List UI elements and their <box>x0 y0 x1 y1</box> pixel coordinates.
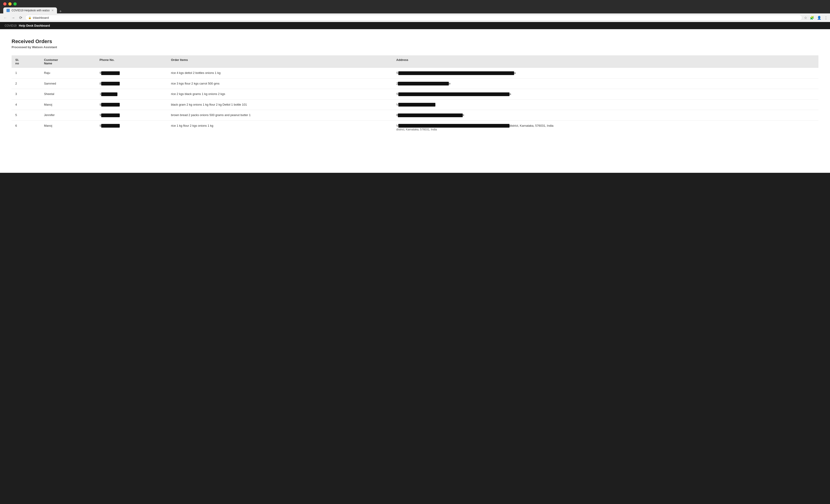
cell-order: rice 1 kg flour 2 kgs onions 1 kg <box>167 121 392 134</box>
cell-phone: 8 <box>96 78 167 89</box>
table-row: 5 Jennifer 9 brown bread 2 packs onions … <box>11 110 819 121</box>
cell-order: brown bread 2 packs onions 500 grams and… <box>167 110 392 121</box>
cell-phone: 1 <box>96 89 167 100</box>
traffic-lights <box>3 2 827 5</box>
toolbar-icons: ☆ 🧩 👤 ⋮ <box>804 16 828 20</box>
app-title: Help Desk Dashboard <box>19 24 50 27</box>
browser-chrome: COVID19 Helpdesk with watso ✕ + <box>0 0 830 13</box>
close-button[interactable] <box>3 2 6 5</box>
page-subtitle: Processed by Watson Assistant <box>11 45 819 49</box>
cell-address: Sa <box>392 68 819 78</box>
forward-button[interactable]: → <box>10 15 16 20</box>
table-row: 4 Manoj 9 black gram 2 kg onions 1 kg fl… <box>11 99 819 110</box>
col-header-address: Address <box>392 55 819 68</box>
cell-sl: 1 <box>11 68 40 78</box>
table-row: 3 Sheetal 1 rice 2 kgs black grams 1 kg … <box>11 89 819 100</box>
cell-sl: 4 <box>11 99 40 110</box>
cell-sl: 2 <box>11 78 40 89</box>
table-row: 6 Manoj 9 rice 1 kg flour 2 kgs onions 1… <box>11 121 819 134</box>
table-body: 1 Raju 9 rice 4 kgs dettol 2 bottles oni… <box>11 68 819 134</box>
page-title: Received Orders <box>11 38 819 44</box>
tab-title: COVID19 Helpdesk with watso <box>11 9 50 12</box>
cell-name: Sammed <box>40 78 96 89</box>
cell-sl: 6 <box>11 121 40 134</box>
address-bar-row: ← → ⟳ 🔒 t/dashboard ☆ 🧩 👤 ⋮ <box>0 13 830 22</box>
url-text: t/dashboard <box>33 16 49 20</box>
profile-icon[interactable]: 👤 <box>817 16 822 20</box>
cell-address: 8k <box>392 110 819 121</box>
address-bar[interactable]: 🔒 t/dashboard <box>25 15 802 21</box>
cell-order: black gram 2 kg onions 1 kg flour 2 kg D… <box>167 99 392 110</box>
cell-name: Manoj <box>40 121 96 134</box>
extensions-icon[interactable]: 🧩 <box>810 16 814 20</box>
cell-address: Sa <box>392 89 819 100</box>
bookmark-icon[interactable]: ☆ <box>804 16 807 20</box>
cell-order: rice 2 kgs black grams 1 kg onions 2 kgs <box>167 89 392 100</box>
lock-icon: 🔒 <box>28 16 32 19</box>
tab-close-icon[interactable]: ✕ <box>52 9 54 12</box>
cell-order: rice 3 kgs flour 2 kgs carrot 500 gms <box>167 78 392 89</box>
new-tab-button[interactable]: + <box>58 9 63 13</box>
table-row: 2 Sammed 8 rice 3 kgs flour 2 kgs carrot… <box>11 78 819 89</box>
app-navbar: COVID19 Help Desk Dashboard <box>0 22 830 29</box>
back-button[interactable]: ← <box>2 15 8 20</box>
cell-name: Raju <box>40 68 96 78</box>
cell-phone: 9 <box>96 68 167 78</box>
cell-name: Manoj <box>40 99 96 110</box>
col-header-order: Order Items <box>167 55 392 68</box>
cell-sl: 3 <box>11 89 40 100</box>
active-tab[interactable]: COVID19 Helpdesk with watso ✕ <box>3 7 57 13</box>
cell-address: Vdistrict, Karnataka, 576031, India dist… <box>392 121 819 134</box>
app-brand: COVID19 <box>5 24 17 27</box>
cell-address: 2e <box>392 78 819 89</box>
maximize-button[interactable] <box>13 2 17 5</box>
table-header: Sl.no CustomerName Phone No. Order Items… <box>11 55 819 68</box>
menu-icon[interactable]: ⋮ <box>824 16 828 20</box>
reload-button[interactable]: ⟳ <box>18 15 23 20</box>
cell-name: Sheetal <box>40 89 96 100</box>
col-header-phone: Phone No. <box>96 55 167 68</box>
col-header-name: CustomerName <box>40 55 96 68</box>
table-row: 1 Raju 9 rice 4 kgs dettol 2 bottles oni… <box>11 68 819 78</box>
cell-phone: 9 <box>96 121 167 134</box>
orders-table: Sl.no CustomerName Phone No. Order Items… <box>11 55 819 134</box>
tab-favicon <box>6 9 10 12</box>
main-content: Received Orders Processed by Watson Assi… <box>0 29 830 173</box>
cell-name: Jennifer <box>40 110 96 121</box>
col-header-sl: Sl.no <box>11 55 40 68</box>
tab-bar: COVID19 Helpdesk with watso ✕ + <box>3 7 827 13</box>
minimize-button[interactable] <box>8 2 11 5</box>
cell-phone: 9 <box>96 110 167 121</box>
cell-phone: 9 <box>96 99 167 110</box>
cell-order: rice 4 kgs dettol 2 bottles onions 1 kg <box>167 68 392 78</box>
cell-sl: 5 <box>11 110 40 121</box>
cell-address: V <box>392 99 819 110</box>
